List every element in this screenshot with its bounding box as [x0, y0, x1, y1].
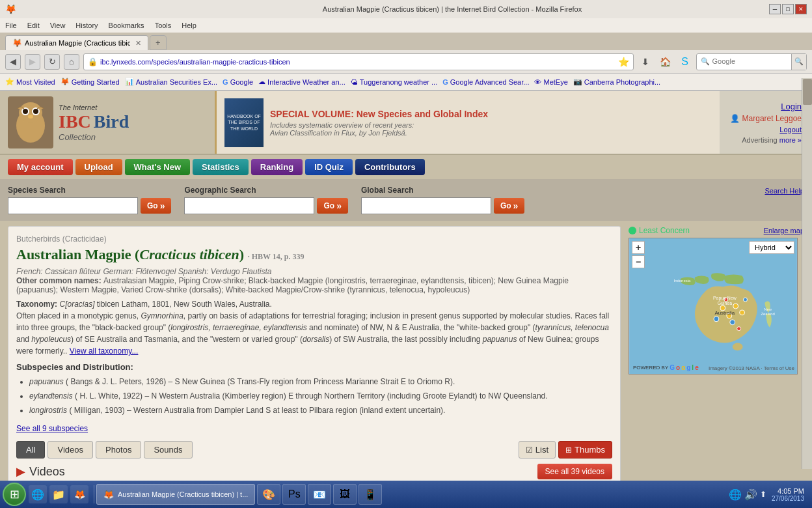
section-title: ▶ Videos: [16, 464, 65, 479]
address-bar[interactable]: 🔒 ibc.lynxeds.com/species/australian-mag…: [83, 53, 634, 70]
new-tab-button[interactable]: +: [150, 35, 167, 50]
downloads-button[interactable]: ⬇: [638, 54, 653, 70]
geographic-search-input[interactable]: [184, 197, 314, 214]
subspecies-title: Subspecies and Distribution:: [16, 362, 612, 372]
svg-point-13: [730, 320, 735, 325]
enlarge-map-link[interactable]: Enlarge map: [764, 227, 804, 234]
geographic-go-button[interactable]: Go »: [317, 198, 347, 214]
bridge-taskbar-icon[interactable]: 🎨: [257, 484, 280, 505]
grid-icon: ⊞: [565, 445, 572, 455]
species-go-button[interactable]: Go »: [141, 198, 171, 214]
reload-button[interactable]: ↻: [44, 54, 60, 70]
bookmark-google-advanced[interactable]: G Google Advanced Sear...: [442, 78, 529, 86]
filter-tab-sounds[interactable]: Sounds: [144, 441, 192, 459]
user-name-text: Margaret Leggoe: [742, 114, 802, 123]
geographic-search-group: Geographic Search Go »: [184, 186, 347, 214]
bookmark-google[interactable]: G Google: [223, 78, 253, 86]
scrollbar-track[interactable]: [802, 78, 812, 469]
bookmark-meteye[interactable]: 👁 MetEye: [534, 78, 567, 86]
whats-new-button[interactable]: What's New: [125, 159, 190, 175]
contributors-button[interactable]: Contributors: [355, 159, 425, 175]
view-toggles: ☑ List ⊞ Thumbs: [519, 441, 612, 459]
svg-point-14: [714, 317, 719, 322]
common-names-label: Other common names:: [16, 276, 103, 285]
search-help-link[interactable]: Search Help: [677, 186, 804, 195]
view-toggle-thumbs[interactable]: ⊞ Thumbs: [558, 441, 612, 459]
id-quiz-button[interactable]: ID Quiz: [305, 159, 353, 175]
filter-tab-photos[interactable]: Photos: [96, 441, 141, 459]
see-all-subspecies-link[interactable]: See all 9 subspecies: [16, 424, 88, 433]
see-all-videos-button[interactable]: See all 39 videos: [537, 464, 612, 479]
back-button[interactable]: ◀: [5, 54, 21, 70]
species-names: French: Cassican flûteur German: Flötenv…: [16, 267, 612, 294]
outlook-taskbar-icon[interactable]: 📧: [308, 484, 331, 505]
bookmark-getting-started[interactable]: 🦊 Getting Started: [61, 78, 120, 86]
photos-taskbar-icon[interactable]: 🖼: [333, 484, 357, 505]
site-content: The Internet IBC Bird Collection HANDBOO…: [0, 91, 812, 508]
subspecies-name-1: eylandtensis: [29, 391, 73, 401]
bookmark-asx[interactable]: 📊 Australian Securities Ex...: [125, 78, 217, 86]
check-icon: ☑: [526, 445, 533, 455]
view-toggle-list[interactable]: ☑ List: [519, 441, 556, 459]
app-taskbar-icon[interactable]: 📱: [359, 484, 382, 505]
filter-tab-videos[interactable]: Videos: [47, 441, 93, 459]
species-search-group: Species Search Go »: [8, 186, 171, 214]
taskbar-active-item[interactable]: 🦊 Australian Magpie (Cracticus tibicen) …: [96, 484, 255, 505]
upload-button[interactable]: Upload: [75, 159, 122, 175]
section-header: ▶ Videos See all 39 videos: [16, 464, 612, 479]
home-nav-button[interactable]: 🏠: [657, 54, 673, 70]
search-input[interactable]: [739, 57, 791, 67]
home-button[interactable]: ⌂: [64, 54, 79, 70]
statistics-button[interactable]: Statistics: [193, 159, 249, 175]
global-go-button[interactable]: Go »: [494, 198, 524, 214]
logout-link[interactable]: Logout: [779, 126, 802, 134]
content-area: Butcherbirds (Cracticidae) Australian Ma…: [0, 221, 812, 508]
bookmark-canberra-photo[interactable]: 📷 Canberra Photographi...: [573, 78, 660, 86]
start-button[interactable]: ⊞: [3, 483, 26, 506]
bookmark-weather-interactive[interactable]: ☁ Interactive Weather an...: [258, 78, 345, 86]
list-item: papuanus ( Bangs & J. L. Peters, 1926) –…: [29, 376, 612, 388]
firefox-taskbar-icon[interactable]: 🦊: [70, 485, 88, 503]
close-button[interactable]: ✕: [795, 4, 807, 14]
species-ref: · HBW 14, p. 339: [248, 252, 304, 261]
bookmark-tuggeranong[interactable]: 🌤 Tuggeranong weather ...: [351, 78, 437, 86]
menu-help[interactable]: Help: [182, 21, 196, 29]
scrollbar-thumb[interactable]: [803, 79, 812, 105]
menu-tools[interactable]: Tools: [155, 21, 172, 29]
map-type-select[interactable]: Hybrid Map Satellite Terrain: [749, 241, 794, 254]
ranking-button[interactable]: Ranking: [251, 159, 303, 175]
maximize-button[interactable]: □: [782, 4, 794, 14]
menu-edit[interactable]: Edit: [27, 21, 40, 29]
my-account-button[interactable]: My account: [8, 159, 73, 175]
login-button[interactable]: Login: [781, 102, 802, 111]
menu-file[interactable]: File: [5, 21, 17, 29]
photoshop-taskbar-icon[interactable]: Ps: [282, 484, 306, 505]
subspecies-detail-1: ( H. L. White, 1922) – N Western Austral…: [75, 391, 548, 401]
menu-view[interactable]: View: [50, 21, 66, 29]
tab-label: Australian Magpie (Cracticus tibicen) | …: [25, 39, 130, 47]
search-submit[interactable]: 🔍: [791, 54, 806, 70]
main-content: Butcherbirds (Cracticidae) Australian Ma…: [8, 226, 621, 508]
forward-button[interactable]: ▶: [25, 54, 40, 70]
tab-close-icon[interactable]: ✕: [135, 39, 141, 48]
svg-point-5: [33, 109, 38, 114]
filter-tab-all[interactable]: All: [16, 441, 45, 459]
menu-bookmarks[interactable]: Bookmarks: [109, 21, 144, 29]
global-search-input[interactable]: [361, 197, 491, 214]
map-zoom-out[interactable]: −: [632, 255, 645, 268]
bookmark-most-visited[interactable]: ⭐ Most Visited: [5, 78, 55, 86]
map-zoom-in[interactable]: +: [632, 241, 645, 254]
active-tab[interactable]: 🦊 Australian Magpie (Cracticus tibicen) …: [5, 35, 148, 50]
advertising-more-link[interactable]: more »: [779, 136, 802, 144]
species-search-input[interactable]: [8, 197, 138, 214]
ie-icon[interactable]: 🌐: [29, 485, 47, 503]
view-all-taxonomy-link[interactable]: View all taxonomy...: [70, 346, 139, 356]
explorer-icon[interactable]: 📁: [49, 485, 68, 503]
minimize-button[interactable]: ─: [769, 4, 781, 14]
skype-button[interactable]: S: [677, 54, 692, 70]
map-container[interactable]: + − Hybrid Map Satellite Terrain: [629, 238, 798, 374]
logo-bird: Bird: [94, 111, 129, 132]
menu-history[interactable]: History: [75, 21, 98, 29]
search-section: Species Search Go » Geographic Search Go…: [0, 179, 812, 221]
handbook-text-area: SPECIAL VOLUME: New Species and Global I…: [270, 109, 488, 137]
